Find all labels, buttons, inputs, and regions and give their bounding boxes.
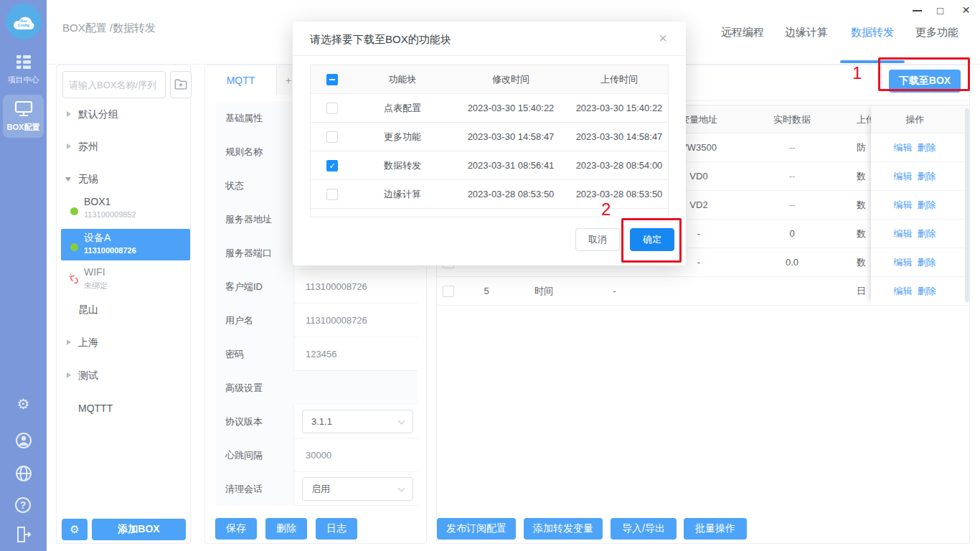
- row-actions: 编辑 删除: [871, 162, 958, 191]
- add-forward-variable-button[interactable]: 添加转发变量: [524, 518, 603, 540]
- chevron-right-icon: [67, 143, 71, 149]
- row-checkbox[interactable]: [326, 189, 338, 200]
- row-checkbox-checked[interactable]: ✓: [326, 160, 338, 171]
- dialog-title: 请选择要下载至BOX的功能块: [310, 33, 451, 47]
- tree-settings-button[interactable]: ⚙: [62, 519, 88, 540]
- batch-operation-button[interactable]: 批量操作: [684, 518, 747, 540]
- edit-link[interactable]: 编辑: [893, 286, 912, 296]
- form-section-label: 高级设置: [215, 371, 418, 405]
- add-group-button[interactable]: [170, 71, 192, 98]
- protocol-version-select[interactable]: 3.1.1: [302, 410, 413, 433]
- sidebar-item-box-config[interactable]: BOX配置: [3, 95, 44, 138]
- tree-group-shanghai[interactable]: 上海: [57, 332, 190, 352]
- username-value[interactable]: 113100008726: [306, 303, 367, 337]
- delete-link[interactable]: 删除: [918, 142, 936, 153]
- tab-more-functions[interactable]: 更多功能: [915, 26, 958, 39]
- clean-session-select[interactable]: 启用: [302, 477, 413, 501]
- window-maximize-button[interactable]: □: [937, 4, 943, 17]
- col-upload-time: 上传时间: [570, 65, 668, 94]
- cancel-button[interactable]: 取消: [575, 228, 620, 251]
- tree-group-label: 昆山: [78, 303, 98, 316]
- cell-name: 时间: [512, 277, 576, 306]
- function-block-row: 边缘计算 2023-03-28 08:53:50 2023-03-28 08:5…: [311, 180, 668, 209]
- cell-block-name: 边缘计算: [354, 180, 451, 209]
- cell-block-name: 更多功能: [354, 123, 451, 151]
- delete-link[interactable]: 删除: [918, 257, 936, 268]
- tree-group-suzhou[interactable]: 苏州: [57, 136, 190, 156]
- keepalive-value[interactable]: 30000: [306, 438, 331, 472]
- search-input[interactable]: [62, 71, 166, 98]
- password-value[interactable]: 123456: [306, 337, 336, 371]
- function-block-table: 功能块 修改时间 上传时间 点表配置 2023-03-30 15:40:22 2…: [310, 65, 669, 217]
- delete-link[interactable]: 删除: [918, 171, 936, 182]
- function-block-row: 更多功能 2023-03-30 14:58:47 2023-03-30 14:5…: [311, 123, 668, 151]
- chevron-down-icon: [65, 177, 71, 182]
- import-export-button[interactable]: 导入/导出: [611, 518, 677, 540]
- tree-device-box1[interactable]: BOX1 113100009852: [57, 194, 190, 226]
- table-scrollbar[interactable]: [965, 108, 969, 302]
- help-button[interactable]: ?: [15, 497, 31, 513]
- close-icon: ×: [962, 2, 970, 17]
- publish-subscribe-config-button[interactable]: 发布订阅配置: [437, 518, 516, 540]
- delete-link[interactable]: 删除: [918, 199, 936, 210]
- edit-link[interactable]: 编辑: [893, 199, 912, 210]
- tab-mqtt-rule[interactable]: MQTT: [205, 65, 277, 95]
- row-checkbox[interactable]: [443, 286, 454, 297]
- edit-link[interactable]: 编辑: [893, 228, 912, 239]
- window-close-button[interactable]: ×: [962, 2, 970, 18]
- user-account-button[interactable]: [15, 432, 32, 452]
- tab-data-forwarding[interactable]: 数据转发: [851, 26, 894, 39]
- edit-link[interactable]: 编辑: [893, 142, 912, 153]
- device-status: 未绑定: [84, 281, 108, 291]
- annotation-box-step1: [878, 57, 970, 91]
- edit-link[interactable]: 编辑: [893, 171, 912, 182]
- online-status-dot: [70, 207, 78, 215]
- log-button[interactable]: 日志: [316, 518, 357, 540]
- edit-link[interactable]: 编辑: [893, 257, 912, 268]
- delete-link[interactable]: 删除: [918, 228, 936, 239]
- annotation-number-1: 1: [852, 63, 862, 83]
- annotation-number-2: 2: [601, 199, 611, 220]
- tree-device-deviceA-selected[interactable]: 设备A 113100008726: [61, 229, 190, 260]
- tree-group-test[interactable]: 测试: [57, 365, 190, 385]
- form-label: 清理会话: [215, 472, 294, 506]
- client-id-value[interactable]: 113100008726: [306, 270, 367, 303]
- tab-edge-computing[interactable]: 边缘计算: [785, 26, 828, 39]
- cell-realtime: 0: [749, 220, 835, 248]
- language-button[interactable]: [15, 465, 32, 485]
- save-button[interactable]: 保存: [215, 518, 257, 540]
- logout-button[interactable]: [15, 526, 32, 546]
- function-block-header: 功能块 修改时间 上传时间: [311, 65, 668, 94]
- settings-network-button[interactable]: ⚙: [0, 396, 47, 412]
- sidebar-item-project-center[interactable]: 项目中心: [0, 55, 47, 85]
- form-label: 协议版本: [215, 405, 294, 438]
- form-label: 心跳间隔: [215, 438, 294, 472]
- device-serial: 113100008726: [84, 246, 136, 255]
- dialog-close-button[interactable]: ×: [659, 30, 667, 47]
- tree-group-kunshan[interactable]: 昆山: [57, 299, 190, 319]
- project-grid-icon: [16, 55, 32, 69]
- cell-addr-alt: -: [580, 277, 649, 306]
- delete-button[interactable]: 删除: [265, 518, 307, 540]
- add-box-button[interactable]: 添加BOX: [92, 519, 186, 540]
- tree-group-mqttt[interactable]: MQTTT: [57, 398, 190, 418]
- monitor-icon: [14, 100, 33, 118]
- col-actions: 操作: [871, 105, 958, 133]
- tree-device-wifi[interactable]: WIFI 未绑定: [57, 265, 190, 296]
- col-realtime: 实时数据: [749, 105, 835, 134]
- tab-remote-programming[interactable]: 远程编程: [721, 26, 764, 39]
- breadcrumb: BOX配置 /数据转发: [62, 22, 156, 35]
- online-status-dot: [70, 243, 78, 251]
- tree-group-wuxi[interactable]: 无锡: [57, 169, 190, 189]
- row-checkbox[interactable]: [326, 131, 338, 143]
- row-checkbox[interactable]: [326, 103, 338, 114]
- cell-modified: 2023-03-28 08:53:50: [451, 180, 570, 209]
- tree-group-default[interactable]: 默认分组: [57, 104, 190, 124]
- col-function-block: 功能块: [354, 65, 451, 94]
- device-name: 设备A: [84, 232, 110, 245]
- delete-link[interactable]: 删除: [918, 286, 936, 296]
- select-all-checkbox[interactable]: [326, 74, 338, 85]
- window-minimize-button[interactable]: [913, 10, 922, 11]
- row-actions: 编辑 删除: [871, 191, 958, 220]
- cell-block-name: 点表配置: [354, 94, 451, 123]
